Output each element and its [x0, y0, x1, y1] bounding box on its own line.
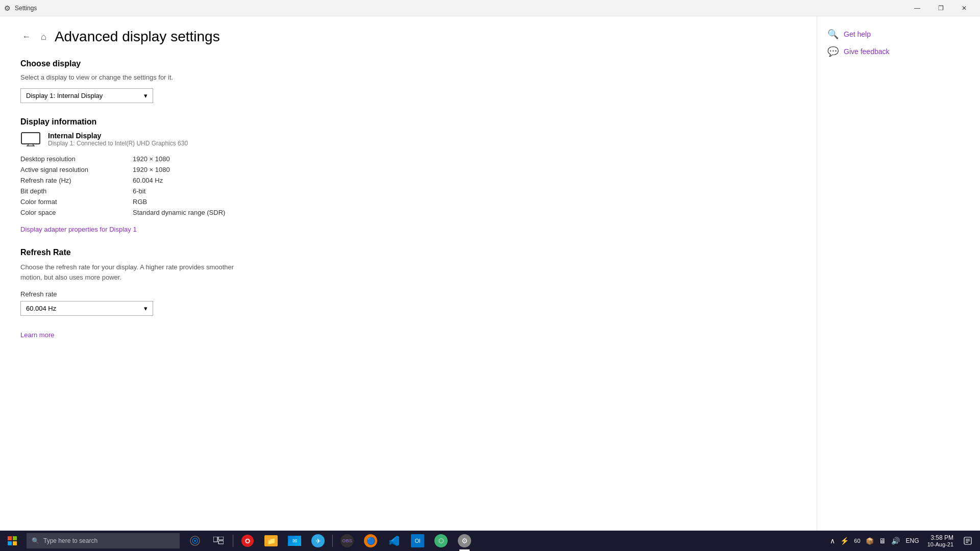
display-dropdown-value: Display 1: Internal Display — [26, 92, 103, 99]
taskbar-search-input[interactable] — [43, 537, 166, 544]
give-feedback-link[interactable]: Give feedback — [844, 47, 890, 56]
info-value-5: Standard dynamic range (SDR) — [133, 209, 796, 216]
tray-battery-icon[interactable]: ⚡ — [839, 536, 850, 546]
titlebar-left: ⚙ Settings — [4, 4, 37, 12]
get-help-item[interactable]: 🔍 Get help — [827, 29, 970, 40]
tray-expand-icon[interactable]: ∧ — [829, 536, 836, 546]
refresh-rate-section: Refresh Rate Choose the refresh rate for… — [20, 248, 796, 339]
display-name-block: Internal Display Display 1: Connected to… — [48, 132, 188, 147]
taskbar-explorer-button[interactable]: 📁 — [260, 531, 282, 551]
refresh-rate-label: Refresh rate — [20, 290, 796, 298]
obs-icon: OBS — [340, 534, 354, 547]
info-label-2: Refresh rate (Hz) — [20, 177, 133, 184]
learn-more-link[interactable]: Learn more — [20, 331, 54, 339]
chevron-down-icon-refresh: ▾ — [144, 305, 148, 312]
choose-display-section: Choose display Select a display to view … — [20, 59, 796, 103]
taskbar-telegram-button[interactable]: ✈ — [307, 531, 329, 551]
settings-area: ← ⌂ Advanced display settings Choose dis… — [0, 16, 817, 531]
info-label-5: Color space — [20, 209, 133, 216]
info-value-3: 6-bit — [133, 187, 796, 195]
display-info-section: Display information Internal Display Dis… — [20, 117, 796, 234]
choose-display-title: Choose display — [20, 59, 796, 68]
display-info-table: Desktop resolution 980 × 551 Active si… — [20, 155, 796, 216]
back-button[interactable]: ← — [20, 30, 33, 43]
tray-speaker-icon[interactable]: 🔊 — [890, 536, 901, 546]
page-header: ← ⌂ Advanced display settings — [20, 29, 796, 45]
feedback-icon: 💬 — [827, 46, 839, 57]
blender-icon: 🔵 — [364, 534, 377, 547]
taskbar-mail-button[interactable]: ✉ — [283, 531, 306, 551]
taskbar-app-list: O 📁 ✉ ✈ OBS 🔵 — [184, 531, 476, 551]
svg-point-10 — [194, 540, 196, 542]
taskbar-vscode-button[interactable] — [383, 531, 405, 551]
taskbar-search-icon: 🔍 — [32, 537, 39, 544]
taskbar-obs-button[interactable]: OBS — [336, 531, 358, 551]
home-icon[interactable]: ⌂ — [41, 32, 46, 42]
info-value-1: 980 × 551 — [133, 166, 796, 173]
start-button[interactable] — [0, 531, 24, 551]
svg-rect-11 — [213, 537, 217, 542]
taskbar-clock[interactable]: 3:58 PM 10-Aug-21 — [924, 533, 957, 548]
chevron-down-icon: ▾ — [144, 92, 148, 99]
taskbar-separator-1 — [233, 535, 233, 547]
taskbar-language-indicator[interactable]: ENG — [904, 536, 921, 545]
close-button[interactable]: ✕ — [952, 0, 976, 16]
titlebar-controls: — ❐ ✕ — [905, 0, 976, 16]
notification-icon — [964, 537, 972, 545]
adapter-properties-link[interactable]: Display adapter properties for Display 1 — [20, 226, 137, 233]
svg-rect-13 — [218, 541, 224, 544]
taskbar-search-bar[interactable]: 🔍 — [27, 533, 180, 548]
help-icon: 🔍 — [827, 29, 839, 40]
page-title: Advanced display settings — [55, 29, 220, 45]
main-content: ← ⌂ Advanced display settings Choose dis… — [0, 16, 980, 531]
taskbar-tray: ∧ ⚡ 60 📦 🖥 🔊 ENG 3:58 PM 10-Aug-21 — [829, 531, 980, 551]
titlebar: ⚙ Settings — ❐ ✕ — [0, 0, 980, 16]
taskbar-taskview-button[interactable] — [207, 531, 230, 551]
tray-network-icon[interactable]: 🖥 — [878, 536, 887, 546]
taskbar-cortana-button[interactable] — [184, 531, 206, 551]
svg-rect-7 — [13, 541, 17, 545]
info-label-1: Active signal resolution — [20, 166, 133, 173]
tray-battery-level: 60 — [853, 537, 861, 545]
layerzero-icon: ⬡ — [434, 534, 448, 547]
restore-button[interactable]: ❐ — [929, 0, 952, 16]
taskbar-separator-2 — [332, 535, 333, 547]
minimize-button[interactable]: — — [905, 0, 929, 16]
display-subtitle: Display 1: Connected to Intel(R) UHD Gra… — [48, 140, 188, 147]
svg-rect-0 — [21, 133, 40, 144]
telegram-icon: ✈ — [311, 534, 325, 547]
vscode-icon — [388, 535, 400, 547]
refresh-rate-title: Refresh Rate — [20, 248, 796, 257]
info-value-4: RGB — [133, 198, 796, 206]
refresh-rate-value: 60.004 Hz — [26, 305, 56, 312]
give-feedback-item[interactable]: 💬 Give feedback — [827, 46, 970, 57]
right-panel: 🔍 Get help 💬 Give feedback — [817, 16, 980, 531]
taskview-icon — [213, 537, 224, 545]
outlook-icon: Ol — [411, 534, 424, 547]
display-info-header: Internal Display Display 1: Connected to… — [20, 132, 796, 147]
info-value-0: 980 × 551 — [133, 155, 796, 163]
taskbar-opera-button[interactable]: O — [236, 531, 259, 551]
taskbar-time: 3:58 PM — [927, 534, 953, 541]
display-info-title: Display information — [20, 117, 796, 127]
taskbar-layerzero-button[interactable]: ⬡ — [430, 531, 452, 551]
info-label-3: Bit depth — [20, 187, 133, 195]
display-dropdown[interactable]: Display 1: Internal Display ▾ — [20, 88, 153, 103]
opera-icon: O — [241, 535, 254, 547]
info-label-0: Desktop resolution — [20, 155, 133, 163]
taskbar-settings-button[interactable]: ⚙ — [453, 531, 476, 551]
tray-dropbox-icon: 📦 — [865, 536, 875, 546]
taskbar-date: 10-Aug-21 — [927, 541, 953, 547]
choose-display-subtitle: Select a display to view or change the s… — [20, 73, 796, 81]
svg-rect-5 — [13, 536, 17, 540]
get-help-link[interactable]: Get help — [844, 30, 871, 38]
taskbar-outlook-button[interactable]: Ol — [406, 531, 429, 551]
monitor-icon — [20, 132, 41, 147]
taskbar-notification-center[interactable] — [960, 531, 976, 551]
info-label-4: Color format — [20, 198, 133, 206]
display-name: Internal Display — [48, 132, 188, 140]
refresh-rate-dropdown[interactable]: 60.004 Hz ▾ — [20, 301, 153, 316]
settings-taskbar-icon: ⚙ — [458, 534, 471, 547]
taskbar-blender-button[interactable]: 🔵 — [359, 531, 382, 551]
refresh-rate-description: Choose the refresh rate for your display… — [20, 262, 235, 282]
